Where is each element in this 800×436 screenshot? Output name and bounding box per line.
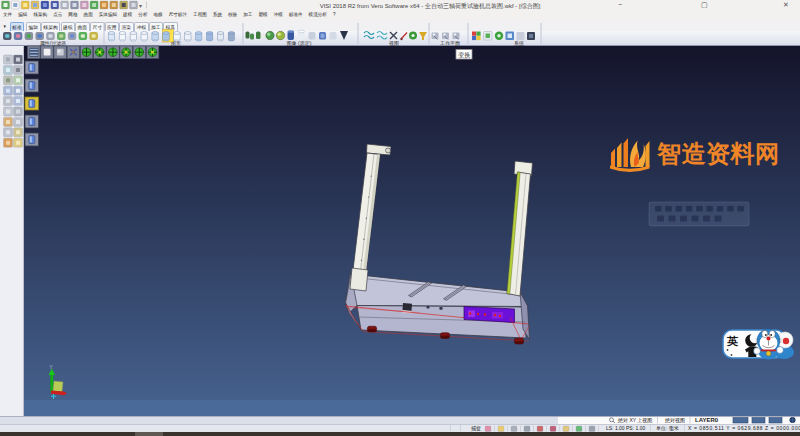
svg-text:英: 英 <box>726 335 739 347</box>
svg-text:变换: 变换 <box>458 51 470 59</box>
svg-text:▾: ▾ <box>139 3 142 9</box>
svg-text:智造资料网: 智造资料网 <box>656 140 780 167</box>
svg-text:Y: Y <box>49 364 53 370</box>
